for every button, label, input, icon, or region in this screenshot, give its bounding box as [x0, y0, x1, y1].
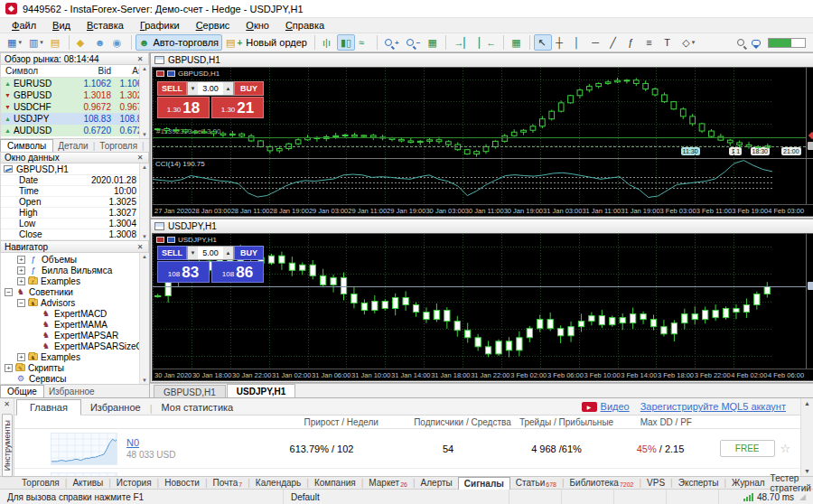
position-line[interactable] [153, 137, 806, 138]
col-bid[interactable]: Bid [73, 66, 111, 76]
candles-chart-button[interactable]: ▮▯ [337, 34, 355, 51]
tab-Символы[interactable]: Символы [0, 139, 53, 152]
tab-Статьи[interactable]: Статьи678 [510, 478, 562, 488]
col-symbol[interactable]: Символ [1, 66, 73, 76]
col-maxdd[interactable]: Max DD / PF [619, 417, 714, 427]
expand-toggle[interactable]: − [5, 288, 13, 296]
tree-item-Сервисы[interactable]: ⚙Сервисы [1, 373, 149, 384]
depth-icon[interactable] [167, 237, 175, 243]
cursor-button[interactable]: ↖ [534, 34, 552, 51]
col-growth[interactable]: Прирост / Недели [272, 417, 410, 427]
close-icon[interactable]: ✕ [4, 398, 10, 410]
star-icon[interactable]: ☆ [780, 442, 791, 455]
chevron-down-icon[interactable]: ▾ [18, 39, 22, 46]
tile-windows-button[interactable]: ▦ [424, 34, 442, 51]
templates-button[interactable]: ▦ [508, 34, 526, 51]
volume-up-icon[interactable]: ▲ [223, 82, 233, 95]
tab-VPS[interactable]: VPS [641, 478, 670, 488]
community-button[interactable]: ☻ [91, 34, 109, 51]
buy-price-button[interactable]: 10886 [211, 261, 264, 283]
zoom-out-button[interactable]: − [403, 34, 425, 51]
market-watch-row-USDJPY[interactable]: ▲USDJPY108.83108.86 [1, 113, 149, 125]
expand-toggle[interactable]: + [17, 353, 25, 361]
tree-item-Скрипты[interactable]: +✎Скрипты [1, 362, 149, 373]
trendline-button[interactable]: ╱ [606, 34, 624, 51]
tree-item-Examples[interactable]: +♞Examples [1, 351, 149, 362]
sell-button[interactable]: SELL [157, 246, 187, 260]
free-button[interactable]: FREE [720, 440, 775, 457]
market-watch-row-AUDUSD[interactable]: ▲AUDUSD0.67200.6723 [1, 125, 149, 136]
expand-toggle[interactable]: − [17, 299, 25, 307]
chart-shift-button[interactable]: →▏ [450, 34, 474, 51]
tree-item-Билла Вильямса[interactable]: +ƒБилла Вильямса [1, 265, 149, 275]
toolbox-side-tab[interactable]: Инструменты [2, 414, 13, 477]
volume-down-icon[interactable]: ▼ [188, 247, 198, 259]
profiles-button[interactable]: ▥▾ [25, 34, 47, 51]
chat-icon[interactable] [752, 40, 761, 46]
menu-Вставка[interactable]: Вставка [79, 19, 132, 32]
sell-button[interactable]: SELL [157, 81, 187, 96]
volume-value[interactable]: 3.00 [198, 82, 223, 95]
expand-toggle[interactable]: + [17, 256, 25, 264]
market-watch-row-EURUSD[interactable]: ▲EURUSD1.10621.1065 [1, 78, 149, 89]
accounts-button[interactable]: ▤ [47, 34, 65, 51]
one-click-icon[interactable] [156, 237, 164, 243]
tree-item-Examples[interactable]: +ƒExamples [1, 275, 149, 286]
payments-button[interactable]: ◆ [73, 34, 91, 51]
menu-Файл[interactable]: Файл [4, 19, 44, 32]
depth-icon[interactable] [167, 70, 175, 77]
volume-down-icon[interactable]: ▼ [188, 82, 198, 95]
tab-Активы[interactable]: Активы [67, 478, 108, 488]
tab-Торговля[interactable]: Торговля [95, 140, 142, 152]
usdjpy-chart[interactable]: 109.05108.90108.75108.60108.45108.83 USD… [152, 233, 813, 381]
horizontal-line-button[interactable]: ─ [588, 34, 606, 51]
channel-button[interactable]: ≡ [642, 34, 660, 51]
new-chart-button[interactable]: ▦▾ [4, 34, 25, 51]
expand-toggle[interactable]: + [17, 266, 25, 275]
market-watch-scrollbar[interactable]: ▲▼ [139, 65, 149, 138]
menu-Сервис[interactable]: Сервис [188, 19, 238, 32]
tab-Журнал[interactable]: Журнал [726, 478, 771, 488]
autotrade-button[interactable]: ☻Авто-торговля [136, 34, 222, 51]
tab-Избранное[interactable]: Избранное [44, 386, 99, 397]
status-connection[interactable]: 48.70 ms ◢ [719, 490, 813, 504]
buy-button[interactable]: BUY [234, 246, 264, 260]
signal-row-Prospector Scalper EA[interactable]: Prospector Scalper EA301.54% / 912653 43… [14, 469, 800, 476]
market-watch-row-USDCHF[interactable]: ▼USDCHF0.96720.9675 [1, 101, 149, 113]
auto-scroll-button[interactable]: ▏← [475, 34, 500, 51]
tree-item-Advisors[interactable]: −♞Advisors [1, 297, 149, 308]
expand-toggle[interactable]: + [17, 277, 25, 285]
sell-price-button[interactable]: 1.3018 [157, 97, 210, 118]
tab-Почта[interactable]: Почта7 [208, 478, 248, 488]
gbpusd-window-titlebar[interactable]: GBPUSD,H1 ─ □ ✕ [151, 53, 813, 67]
buy-button[interactable]: BUY [234, 81, 264, 96]
sell-price-button[interactable]: 10883 [157, 261, 210, 283]
menu-Справка[interactable]: Справка [277, 19, 332, 32]
expand-toggle[interactable]: + [5, 364, 13, 372]
tree-item-Советники[interactable]: −♞Советники [1, 286, 149, 297]
search-icon[interactable] [737, 39, 744, 46]
signal-row-N0[interactable]: N048 033 USD613.79% / 102544 968 /61%45%… [14, 429, 800, 469]
tab-Алерты[interactable]: Алерты [416, 478, 458, 488]
line-chart-button[interactable]: ≈ [355, 34, 373, 51]
vertical-line-button[interactable]: │ [570, 34, 588, 51]
volume-up-icon[interactable]: ▲ [223, 247, 233, 259]
tree-item-ExpertMACD[interactable]: ♞ExpertMACD [1, 308, 149, 319]
tab-Компания[interactable]: Компания [309, 478, 361, 488]
tab-Библиотека[interactable]: Библиотека7202 [565, 478, 640, 488]
usdjpy-window-titlebar[interactable]: USDJPY,H1 ─ □ ✕ [151, 219, 813, 233]
menu-Окно[interactable]: Окно [238, 19, 277, 32]
tab-Детали[interactable]: Детали [53, 140, 92, 152]
signal-name-link[interactable]: N0 [126, 437, 139, 448]
one-click-icon[interactable] [156, 70, 164, 77]
tree-item-ExpertMAMA[interactable]: ♞ExpertMAMA [1, 319, 149, 330]
text-button[interactable]: T [660, 34, 678, 51]
tab-Общие[interactable]: Общие [0, 385, 44, 397]
mql5-register-link[interactable]: Зарегистрируйте MQL5 аккаунт [640, 401, 786, 412]
close-icon[interactable]: ✕ [136, 243, 145, 251]
close-icon[interactable]: ✕ [136, 55, 145, 63]
broadcast-button[interactable]: ◉ [109, 34, 127, 51]
objects-button[interactable]: ◇▾ [678, 34, 698, 51]
menu-Вид[interactable]: Вид [44, 19, 79, 32]
tab-Торговля[interactable]: Торговля [16, 478, 65, 488]
